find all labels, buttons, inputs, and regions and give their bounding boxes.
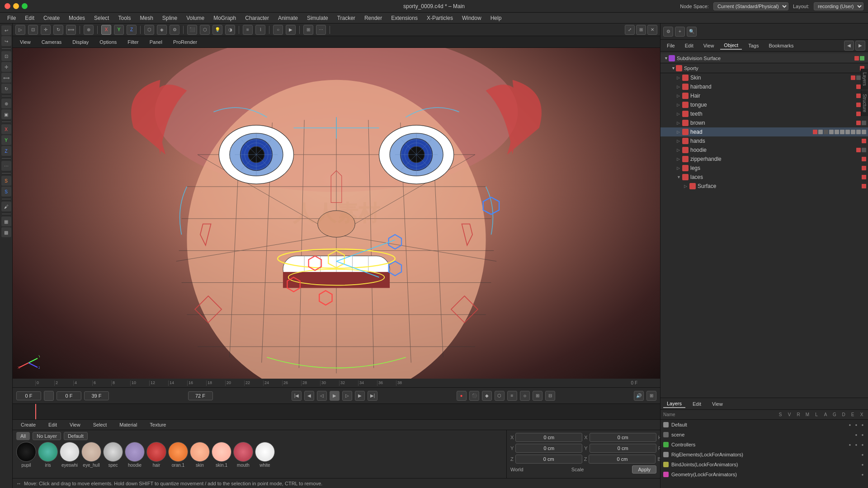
- mat-hair[interactable]: hair: [146, 442, 166, 468]
- menu-help[interactable]: Help: [487, 14, 505, 22]
- vt-cube-icon[interactable]: ⬛: [187, 25, 197, 35]
- vt-expand-icon[interactable]: ⤢: [625, 25, 635, 35]
- x-axis-icon[interactable]: X: [1, 124, 11, 134]
- vt-y-icon[interactable]: Y: [114, 25, 124, 35]
- menu-volume[interactable]: Volume: [183, 14, 208, 22]
- tree-head[interactable]: ▷ head: [660, 127, 868, 136]
- menu-extensions[interactable]: Extensions: [387, 14, 421, 22]
- layers-vertical-tab[interactable]: Layers: [861, 69, 868, 89]
- vt-render2-icon[interactable]: ▶: [286, 25, 296, 35]
- btab-create[interactable]: Create: [16, 421, 40, 428]
- ltab-view[interactable]: View: [708, 400, 726, 408]
- layer-controllers[interactable]: Controllers ● ● ●: [660, 440, 868, 450]
- menu-tools[interactable]: Tools: [114, 14, 134, 22]
- z-axis-icon[interactable]: Z: [1, 146, 11, 156]
- menu-mesh[interactable]: Mesh: [136, 14, 156, 22]
- tp-z2-input[interactable]: [589, 455, 656, 464]
- layer-icon[interactable]: ≡: [507, 391, 517, 401]
- vh-options[interactable]: Options: [96, 38, 120, 46]
- tree-surface[interactable]: ▷ Surface: [660, 182, 868, 191]
- scale-icon[interactable]: ⟺: [1, 73, 11, 83]
- spline2-icon[interactable]: S: [1, 187, 11, 197]
- menu-modes[interactable]: Modes: [65, 14, 89, 22]
- vt-scale-icon[interactable]: ⟺: [66, 25, 76, 35]
- layer-ctrl-icon3[interactable]: ●: [860, 442, 865, 447]
- timeline-track[interactable]: [13, 404, 660, 419]
- layer-scene[interactable]: scene ● ●: [660, 430, 868, 440]
- layout-select[interactable]: recording (User): [814, 2, 863, 10]
- tree-hands[interactable]: ▷ hands: [660, 136, 868, 145]
- layer-geo-icon1[interactable]: ●: [860, 472, 865, 477]
- timeline-view-icon[interactable]: ⊞: [646, 391, 656, 401]
- menu-create[interactable]: Create: [40, 14, 63, 22]
- rtab-bookmarks[interactable]: Bookmarks: [765, 42, 797, 49]
- mat-skin[interactable]: skin: [190, 442, 210, 468]
- menu-render[interactable]: Render: [361, 14, 386, 22]
- snap-icon[interactable]: ⋯: [1, 161, 11, 171]
- rt-settings-icon[interactable]: ⚙: [663, 27, 673, 37]
- rt-expand-left-icon[interactable]: ◀: [844, 41, 854, 51]
- layer-geometry[interactable]: Geometry(LockForAnimators) ●: [660, 469, 868, 479]
- mat-white[interactable]: white: [255, 442, 275, 468]
- live-select-icon[interactable]: ⊡: [1, 51, 11, 61]
- menu-window[interactable]: Window: [458, 14, 485, 22]
- rtab-view[interactable]: View: [700, 42, 718, 49]
- prev-key-icon[interactable]: ◁: [317, 391, 327, 401]
- vt-fullscreen-icon[interactable]: ⊞: [636, 25, 646, 35]
- rt-search-icon[interactable]: 🔍: [687, 27, 697, 37]
- tp-y-input[interactable]: [515, 444, 582, 453]
- fps-input[interactable]: [188, 391, 213, 400]
- close-button[interactable]: [5, 3, 10, 9]
- menu-animate[interactable]: Animate: [274, 14, 302, 22]
- tree-hair[interactable]: ▷ Hair: [660, 91, 868, 100]
- rtab-tags[interactable]: Tags: [745, 42, 762, 49]
- tree-brown[interactable]: ▷ brown: [660, 118, 868, 127]
- layer-ctrl-icon2[interactable]: ●: [854, 442, 859, 447]
- tp-x-input[interactable]: [515, 433, 582, 442]
- vt-close-icon[interactable]: ✕: [647, 25, 657, 35]
- grid2-icon[interactable]: ▩: [1, 227, 11, 237]
- menu-file[interactable]: File: [4, 14, 19, 22]
- motion-clip-icon[interactable]: ⬡: [495, 391, 505, 401]
- current-frame-input[interactable]: [16, 391, 41, 400]
- btab-edit[interactable]: Edit: [44, 421, 61, 428]
- menu-simulate[interactable]: Simulate: [303, 14, 332, 22]
- vh-prorender[interactable]: ProRender: [170, 38, 201, 46]
- structure-vertical-tab[interactable]: Structure: [861, 90, 868, 116]
- rotate-icon[interactable]: ↻: [1, 84, 11, 94]
- ltab-edit[interactable]: Edit: [689, 400, 705, 408]
- vh-panel[interactable]: Panel: [146, 38, 166, 46]
- vt-snap2-icon[interactable]: ⋯: [316, 25, 326, 35]
- rtab-edit[interactable]: Edit: [681, 42, 697, 49]
- mat-filter-all[interactable]: All: [16, 432, 30, 440]
- menu-mograph[interactable]: MoGraph: [210, 14, 240, 22]
- vt-settings-icon[interactable]: ⚙: [170, 25, 179, 35]
- vt-z-icon[interactable]: Z: [127, 25, 137, 35]
- menu-spline[interactable]: Spline: [159, 14, 181, 22]
- sporty-row[interactable]: ▼ Sporty: [660, 63, 868, 73]
- layer-bind-icon1[interactable]: ●: [860, 462, 865, 467]
- layer-scene-vis-icon[interactable]: ●: [860, 432, 865, 437]
- vt-persp-icon[interactable]: ⬡: [200, 25, 210, 35]
- ltab-layers[interactable]: Layers: [663, 400, 685, 408]
- node-space-select[interactable]: Current (Standard/Physical): [713, 2, 788, 10]
- auto-key-icon[interactable]: ⚫: [469, 391, 479, 401]
- layer-scene-eye-icon[interactable]: ●: [854, 432, 859, 437]
- menu-edit[interactable]: Edit: [21, 14, 38, 22]
- vt-move-icon[interactable]: ✛: [41, 25, 51, 35]
- menu-select[interactable]: Select: [90, 14, 113, 22]
- vt-shading-icon[interactable]: ◑: [225, 25, 235, 35]
- vt-mat-icon[interactable]: ◈: [157, 25, 167, 35]
- keyframe-icon[interactable]: ◆: [482, 391, 492, 401]
- record-icon[interactable]: ●: [457, 391, 467, 401]
- mat-iris[interactable]: iris: [38, 442, 58, 468]
- motion4-icon[interactable]: ⊟: [545, 391, 555, 401]
- vh-filter[interactable]: Filter: [124, 38, 142, 46]
- viewport-canvas[interactable]: Y Z X 人人素材: [13, 48, 660, 379]
- layer-default-vis-icon[interactable]: ●: [854, 422, 859, 427]
- mat-eye-hull[interactable]: eye_hull: [81, 442, 101, 468]
- grid-icon[interactable]: ▦: [1, 216, 11, 226]
- layer-bindjoints[interactable]: BindJoints(LockForAnimators) ●: [660, 460, 868, 469]
- next-key-icon[interactable]: ▷: [342, 391, 352, 401]
- tp-z-input[interactable]: [515, 455, 582, 464]
